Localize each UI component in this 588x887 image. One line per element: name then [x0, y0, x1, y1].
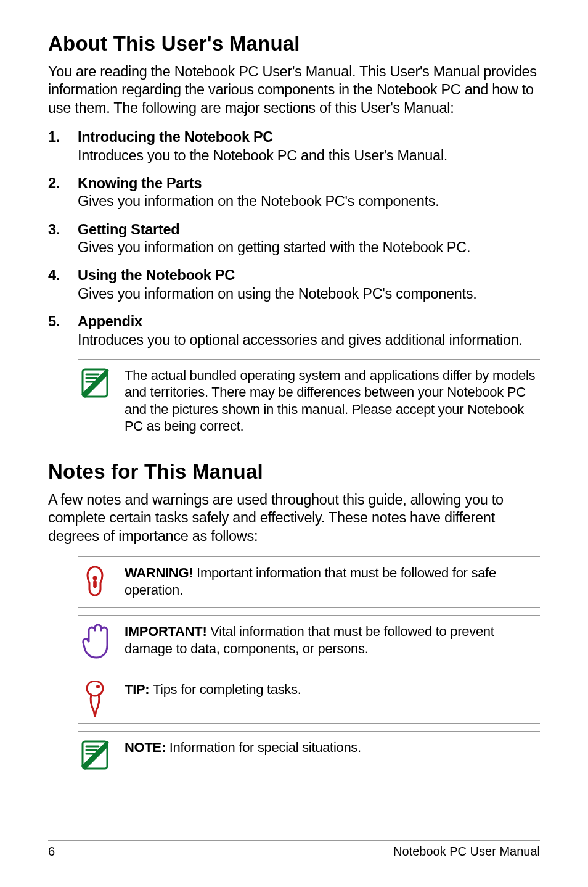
section-title: Using the Notebook PC: [78, 266, 540, 284]
page-footer: 6 Notebook PC User Manual: [48, 840, 540, 859]
heading-notes: Notes for This Manual: [48, 460, 540, 484]
section-list: Introducing the Notebook PC Introduces y…: [48, 128, 540, 349]
callout-important: IMPORTANT! Vital information that must b…: [78, 615, 540, 669]
warning-hand-icon: [78, 564, 112, 598]
tip-label: TIP:: [125, 682, 149, 697]
note-label: NOTE:: [125, 740, 166, 755]
important-hand-icon: [78, 623, 112, 660]
intro-paragraph-1: You are reading the Notebook PC User's M…: [48, 63, 540, 117]
svg-point-4: [96, 685, 100, 688]
callout-warning: WARNING! Important information that must…: [78, 556, 540, 608]
important-label: IMPORTANT!: [125, 624, 206, 639]
callout-tip: TIP: Tips for completing tasks.: [78, 677, 540, 724]
note-document-icon: [78, 739, 112, 771]
section-title: Getting Started: [78, 221, 540, 239]
callout-warning-text: WARNING! Important information that must…: [125, 564, 540, 598]
intro-paragraph-2: A few notes and warnings are used throug…: [48, 491, 540, 545]
section-item: Using the Notebook PC Gives you informat…: [48, 266, 540, 303]
heading-about: About This User's Manual: [48, 32, 540, 56]
callout-tip-text: TIP: Tips for completing tasks.: [125, 681, 301, 698]
section-item: Appendix Introduces you to optional acce…: [48, 313, 540, 349]
svg-rect-2: [93, 580, 97, 588]
tip-pin-icon: [78, 681, 112, 719]
warning-label: WARNING!: [125, 565, 193, 580]
callout-important-text: IMPORTANT! Vital information that must b…: [125, 623, 540, 657]
section-item: Getting Started Gives you information on…: [48, 221, 540, 257]
note-document-icon: [78, 367, 112, 399]
section-body: Gives you information on getting started…: [78, 239, 540, 257]
svg-point-1: [93, 576, 97, 580]
section-item: Introducing the Notebook PC Introduces y…: [48, 128, 540, 165]
callout-note-text: The actual bundled operating system and …: [125, 367, 540, 435]
section-item: Knowing the Parts Gives you information …: [48, 175, 540, 211]
callout-note-top: The actual bundled operating system and …: [78, 359, 540, 444]
section-title: Knowing the Parts: [78, 175, 540, 192]
footer-label: Notebook PC User Manual: [393, 844, 540, 859]
section-body: Introduces you to optional accessories a…: [78, 331, 540, 349]
note-body: Information for special situations.: [166, 740, 361, 755]
tip-body: Tips for completing tasks.: [149, 682, 301, 697]
section-body: Gives you information on using the Noteb…: [78, 285, 540, 303]
section-body: Gives you information on the Notebook PC…: [78, 192, 540, 210]
section-title: Appendix: [78, 313, 540, 331]
section-title: Introducing the Notebook PC: [78, 128, 540, 146]
callout-note-bottom: NOTE: Information for special situations…: [78, 731, 540, 780]
callout-note-bottom-text: NOTE: Information for special situations…: [125, 739, 361, 756]
svg-point-3: [87, 681, 103, 696]
section-body: Introduces you to the Notebook PC and th…: [78, 147, 540, 165]
page-number: 6: [48, 844, 55, 859]
